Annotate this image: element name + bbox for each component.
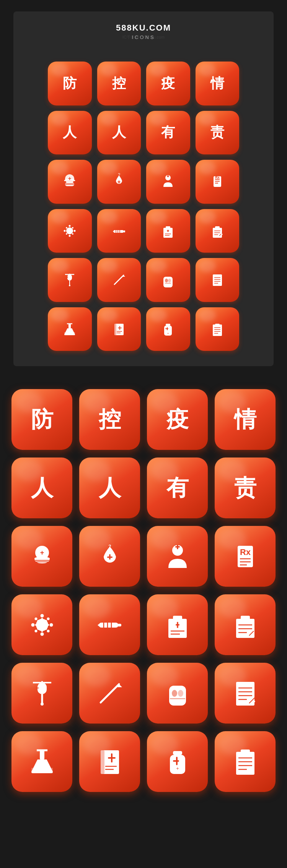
icon-qing[interactable]: 情	[196, 62, 240, 105]
bottom-icon-virus[interactable]	[11, 594, 72, 655]
bottom-icon-ren2[interactable]: 人	[79, 458, 140, 518]
svg-line-148	[101, 684, 119, 703]
top-icon-grid-6: +	[48, 307, 239, 351]
svg-point-31	[72, 233, 73, 235]
icon-you[interactable]: 有	[146, 111, 190, 155]
icon-blood-drop[interactable]: ?	[97, 160, 141, 204]
icon-medical-book[interactable]	[97, 307, 141, 351]
icon-iv-drip[interactable]	[48, 258, 92, 302]
bottom-icon-iv[interactable]	[11, 663, 72, 724]
icon-kong[interactable]: 控	[97, 62, 141, 105]
svg-rect-54	[69, 281, 70, 285]
svg-marker-125	[98, 623, 101, 628]
icon-yi[interactable]: 疫	[146, 62, 190, 105]
svg-rect-1	[65, 182, 74, 186]
bottom-icon-medical-book[interactable]	[79, 731, 140, 792]
icon-clipboard-add[interactable]	[146, 209, 190, 253]
svg-marker-35	[113, 230, 114, 233]
bottom-icon-you[interactable]: 有	[147, 458, 208, 518]
icon-flask[interactable]	[48, 307, 92, 351]
bottom-icon-syringe[interactable]	[79, 594, 140, 655]
bottom-grid-3: + ?	[11, 526, 276, 587]
bottom-icon-yi[interactable]: 疫	[147, 389, 208, 450]
icon-virus[interactable]	[48, 209, 92, 253]
svg-rect-175	[236, 752, 254, 775]
bottom-icon-checklist[interactable]	[215, 663, 276, 724]
top-icon-grid-4	[48, 209, 239, 253]
svg-point-27	[72, 227, 73, 229]
svg-rect-132	[177, 622, 178, 628]
svg-point-18	[69, 235, 71, 237]
svg-point-119	[34, 630, 37, 632]
svg-rect-41	[166, 226, 170, 229]
svg-point-25	[66, 227, 67, 229]
icon-mask[interactable]: +	[48, 160, 92, 204]
svg-point-151	[172, 690, 177, 697]
bottom-icon-medicine[interactable]: +	[147, 731, 208, 792]
top-icon-grid-3: + ?	[48, 160, 239, 204]
svg-rect-163	[31, 768, 53, 773]
bottom-icon-report[interactable]	[215, 731, 276, 792]
svg-rect-176	[241, 750, 250, 754]
bottom-grid-5	[11, 663, 276, 724]
icon-ren2[interactable]: 人	[97, 111, 141, 155]
svg-rect-72	[64, 332, 75, 335]
svg-rect-136	[241, 616, 250, 620]
svg-point-107	[40, 614, 44, 617]
svg-rect-75	[114, 324, 116, 335]
bottom-icon-fang[interactable]: 防	[11, 389, 72, 450]
bottom-icon-clipboard-add[interactable]	[147, 594, 208, 655]
svg-rect-53	[67, 274, 72, 281]
svg-rect-170	[173, 751, 182, 755]
icon-pills[interactable]	[146, 258, 190, 302]
icon-fang[interactable]: 防	[48, 62, 92, 105]
bottom-icon-pills[interactable]	[147, 663, 208, 724]
bottom-icon-clipboard-edit[interactable]	[215, 594, 276, 655]
svg-rect-123	[99, 623, 118, 628]
svg-rect-96	[109, 554, 111, 560]
bottom-grid-1: 防 控 疫 情	[11, 389, 276, 450]
bottom-icon-nurse[interactable]	[147, 526, 208, 587]
top-card: 588KU.COM ICONS IC千库网 588ku.com 防 控 疫 情 …	[13, 11, 274, 366]
icon-ze[interactable]: 责	[196, 111, 240, 155]
svg-text:Rx: Rx	[240, 547, 251, 557]
icon-syringe[interactable]	[97, 209, 141, 253]
svg-rect-71	[68, 324, 71, 328]
icon-nurse[interactable]	[146, 160, 190, 204]
bottom-icon-scalpel[interactable]	[79, 663, 140, 724]
svg-rect-130	[173, 616, 182, 620]
icon-clipboard-edit[interactable]	[196, 209, 240, 253]
icon-medicine[interactable]: +	[146, 307, 190, 351]
top-icon-grid-5	[48, 258, 239, 302]
bottom-grid-6: +	[11, 731, 276, 792]
svg-point-17	[69, 225, 71, 227]
bottom-icon-ren1[interactable]: 人	[11, 458, 72, 518]
bottom-icon-kong[interactable]: 控	[79, 389, 140, 450]
icon-checklist[interactable]	[196, 258, 240, 302]
svg-point-115	[34, 617, 37, 620]
svg-rect-58	[67, 277, 68, 277]
svg-point-29	[66, 233, 67, 235]
svg-point-19	[64, 230, 66, 232]
svg-point-152	[178, 690, 183, 697]
icon-report[interactable]	[196, 307, 240, 351]
svg-rect-43	[168, 230, 168, 232]
brand-title: 588KU.COM	[21, 23, 266, 33]
bottom-icon-mask[interactable]: +	[11, 526, 72, 587]
bottom-icon-blood[interactable]: ?	[79, 526, 140, 587]
svg-rect-173	[176, 757, 178, 765]
icon-ren1[interactable]: 人	[48, 111, 92, 155]
svg-text:?: ?	[108, 544, 111, 549]
icon-scalpel[interactable]	[97, 258, 141, 302]
svg-point-144	[41, 703, 44, 706]
icon-prescription[interactable]: Rx	[196, 160, 240, 204]
svg-text:+: +	[40, 549, 44, 556]
svg-rect-129	[168, 619, 187, 638]
svg-rect-86	[215, 324, 220, 326]
bottom-icon-flask[interactable]	[11, 731, 72, 792]
bottom-icon-ze[interactable]: 责	[215, 458, 276, 518]
svg-rect-80	[166, 324, 170, 326]
bottom-icon-qing[interactable]: 情	[215, 389, 276, 450]
bottom-icon-rx[interactable]: Rx	[215, 526, 276, 587]
svg-rect-6	[119, 180, 119, 183]
